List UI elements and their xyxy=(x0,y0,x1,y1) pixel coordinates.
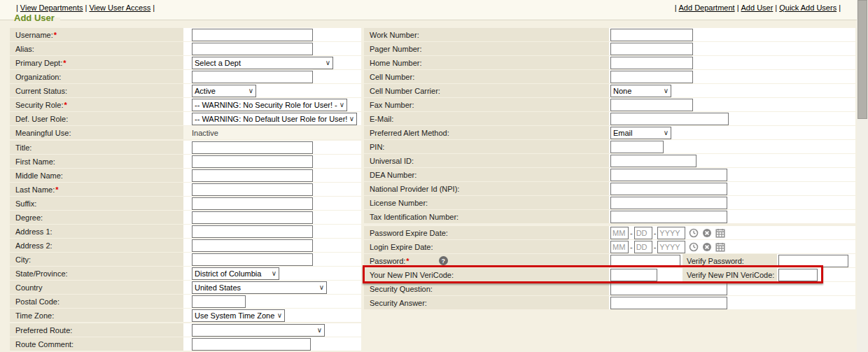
def-user-role-label: Def. User Role: xyxy=(15,115,68,123)
work-number-field-cell xyxy=(609,28,855,41)
pin-vericode-verify-input[interactable] xyxy=(778,269,818,281)
pin-vericode-input[interactable] xyxy=(610,269,657,281)
password-expire-date-dd-input[interactable] xyxy=(634,227,652,239)
pin-input[interactable] xyxy=(610,141,664,153)
clear-icon[interactable] xyxy=(702,228,712,238)
first-name-field-cell xyxy=(183,155,361,168)
last-name-input[interactable] xyxy=(192,183,313,196)
work-number-input[interactable] xyxy=(610,29,693,41)
preferred-route-select[interactable]: ∨ xyxy=(192,324,325,337)
now-icon[interactable] xyxy=(689,242,699,252)
fax-number-input[interactable] xyxy=(610,99,693,111)
row-country: CountryUnited States∨ xyxy=(10,281,361,294)
primary-dept-select[interactable]: Select a Dept∨ xyxy=(192,57,333,69)
security-role-select[interactable]: -- WARNING: No Security Role for User! -… xyxy=(192,99,347,111)
preferred-route-label-cell: Preferred Route: xyxy=(10,323,183,337)
degree-label: Degree: xyxy=(15,213,43,222)
password-expire-date-yyyy-input[interactable] xyxy=(657,227,685,239)
state-province-select[interactable]: District of Columbia∨ xyxy=(192,267,279,280)
username-input[interactable] xyxy=(192,29,313,41)
nav-link-quick-add-users[interactable]: Quick Add Users xyxy=(779,3,836,12)
degree-input[interactable] xyxy=(192,211,313,224)
last-name-label: Last Name: xyxy=(15,185,55,194)
row-username: Username:* xyxy=(10,28,361,41)
suffix-input[interactable] xyxy=(192,197,313,210)
meaningful-use-field-cell: Inactive xyxy=(183,126,361,139)
title-input[interactable] xyxy=(192,141,313,154)
address-2-field-cell xyxy=(183,239,361,252)
country-select[interactable]: United States∨ xyxy=(192,281,327,294)
license-number-field-cell xyxy=(609,196,855,209)
security-question-input[interactable] xyxy=(610,283,727,295)
tax-id-input[interactable] xyxy=(610,211,727,223)
address-2-input[interactable] xyxy=(192,239,313,252)
password-expire-date-mm-input[interactable] xyxy=(610,227,629,239)
current-status-select[interactable]: Active∨ xyxy=(192,85,256,97)
top-nav-right: |Add Department|Add User|Quick Add Users… xyxy=(673,3,843,15)
state-province-field-cell: District of Columbia∨ xyxy=(183,267,361,280)
middle-name-input[interactable] xyxy=(192,169,313,182)
pager-number-input[interactable] xyxy=(610,43,693,55)
nav-link-add-user[interactable]: Add User xyxy=(741,3,774,12)
clear-icon[interactable] xyxy=(702,242,712,252)
universal-id-field-cell xyxy=(609,154,855,167)
home-number-input[interactable] xyxy=(610,57,693,69)
login-expire-date-mm-input[interactable] xyxy=(610,241,629,253)
login-expire-date-yyyy-input[interactable] xyxy=(657,241,685,253)
row-password: Password:*?Verify Password: xyxy=(364,254,855,267)
dea-number-label-cell: DEA Number: xyxy=(364,168,609,181)
alias-field-cell xyxy=(183,42,361,55)
password-verify-input[interactable] xyxy=(778,255,848,267)
fax-number-label: Fax Number: xyxy=(370,101,414,109)
email-input[interactable] xyxy=(610,113,729,125)
row-middle-name: Middle Name: xyxy=(10,169,361,182)
dea-number-input[interactable] xyxy=(610,169,727,181)
preferred-alert-method-label: Preferred Alert Method: xyxy=(370,129,449,137)
def-user-role-select[interactable]: -- WARNING: No Default User Role for Use… xyxy=(192,113,357,125)
universal-id-input[interactable] xyxy=(610,155,696,167)
license-number-input[interactable] xyxy=(610,197,727,209)
nav-link-add-department[interactable]: Add Department xyxy=(679,3,735,12)
pin-label-cell: PIN: xyxy=(364,140,609,153)
time-zone-label: Time Zone: xyxy=(15,311,54,320)
alias-label: Alias: xyxy=(15,45,34,53)
last-name-label-cell: Last Name:* xyxy=(10,183,183,196)
cell-number-label: Cell Number: xyxy=(370,73,414,81)
cell-number-carrier-label-cell: Cell Number Carrier: xyxy=(364,84,609,97)
title-label: Title: xyxy=(15,143,31,152)
current-status-label: Current Status: xyxy=(15,87,67,95)
nav-separator: | xyxy=(673,3,679,12)
time-zone-select[interactable]: Use System Time Zone∨ xyxy=(192,309,285,322)
nav-separator: | xyxy=(773,3,779,12)
nav-link-view-departments[interactable]: View Departments xyxy=(20,3,83,12)
help-icon[interactable]: ? xyxy=(439,256,448,265)
route-comment-input[interactable] xyxy=(192,338,311,351)
work-number-label: Work Number: xyxy=(370,31,419,39)
current-status-label-cell: Current Status: xyxy=(10,84,183,97)
now-icon[interactable] xyxy=(689,228,699,238)
organization-input[interactable] xyxy=(192,71,313,83)
row-def-user-role: Def. User Role:-- WARNING: No Default Us… xyxy=(10,112,361,125)
calendar-icon[interactable] xyxy=(715,242,725,252)
password-input[interactable] xyxy=(610,255,680,267)
first-name-input[interactable] xyxy=(192,155,313,168)
scrollbar-thumb[interactable] xyxy=(858,0,867,119)
alias-input[interactable] xyxy=(192,43,313,55)
calendar-icon[interactable] xyxy=(715,228,725,238)
preferred-alert-method-select[interactable]: Email∨ xyxy=(610,127,671,139)
cell-number-carrier-select-value: None xyxy=(613,87,662,95)
cell-number-input[interactable] xyxy=(610,71,693,83)
login-expire-date-dd-input[interactable] xyxy=(634,241,652,253)
city-input[interactable] xyxy=(192,253,313,266)
nav-link-view-user-access[interactable]: View User Access xyxy=(89,3,150,12)
pager-number-label: Pager Number: xyxy=(370,45,422,53)
universal-id-label: Universal ID: xyxy=(370,157,414,165)
scrollbar-track[interactable] xyxy=(857,0,868,352)
security-answer-input[interactable] xyxy=(610,297,727,309)
address-1-input[interactable] xyxy=(192,225,313,238)
npi-input[interactable] xyxy=(610,183,727,195)
login-expire-date-date-picker: -- xyxy=(610,241,725,253)
postal-code-input[interactable] xyxy=(192,295,246,308)
npi-label: National Provider Id (NPI): xyxy=(370,185,459,193)
cell-number-carrier-select[interactable]: None∨ xyxy=(610,85,671,97)
